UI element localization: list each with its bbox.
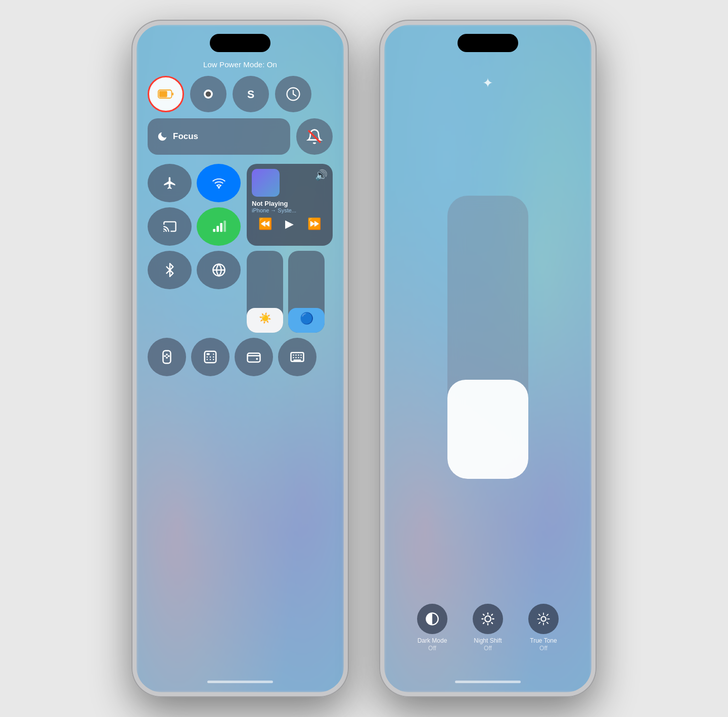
moon-icon	[157, 131, 168, 142]
screen-record-button[interactable]	[190, 76, 226, 112]
focus-button[interactable]: Focus	[148, 118, 290, 155]
now-playing-top: 🔊	[252, 169, 328, 197]
shazam-icon: S	[243, 86, 259, 102]
night-shift-button[interactable]: Night Shift Off	[473, 604, 503, 652]
focus-label: Focus	[173, 131, 198, 142]
svg-point-20	[166, 356, 168, 358]
true-tone-icon	[536, 612, 551, 626]
svg-point-21	[164, 355, 166, 357]
remote-icon	[159, 349, 174, 365]
svg-line-48	[483, 614, 484, 615]
svg-text:S: S	[247, 88, 254, 101]
wifi-icon	[212, 176, 226, 190]
dark-mode-label: Dark Mode Off	[418, 637, 447, 652]
left-button-grid	[148, 164, 241, 333]
clock-button[interactable]	[275, 76, 311, 112]
brightness-sun-icon: ☀️	[259, 312, 271, 324]
svg-line-57	[539, 614, 540, 615]
svg-point-19	[166, 353, 168, 355]
brightness-main-slider[interactable]	[447, 196, 528, 479]
brightness-level	[447, 380, 528, 479]
svg-line-58	[547, 622, 548, 623]
svg-point-28	[213, 356, 214, 358]
svg-point-26	[207, 356, 208, 358]
rewind-button[interactable]: ⏪	[258, 217, 272, 231]
svg-point-27	[210, 356, 211, 358]
dark-mode-circle	[417, 604, 447, 634]
album-art	[252, 169, 280, 197]
slider-pair: ☀️ 🔵	[247, 251, 333, 333]
volume-icon: 🔵	[300, 312, 313, 325]
volume-fill: 🔵	[288, 308, 325, 333]
night-shift-icon	[481, 612, 495, 626]
wifi-button[interactable]	[197, 164, 241, 202]
volume-slider[interactable]: 🔵	[288, 251, 325, 333]
dark-mode-icon	[425, 612, 439, 626]
svg-point-33	[256, 358, 258, 360]
play-button[interactable]: ▶	[285, 217, 294, 231]
screen-mirror-button[interactable]	[148, 207, 192, 246]
keyboard-icon	[290, 349, 305, 365]
now-playing-subtitle: iPhone → Syste...	[252, 207, 328, 213]
brightness-control: ✦ Dark Mode Off	[384, 25, 592, 692]
battery-icon	[158, 86, 174, 102]
right-widgets: 🔊 Not Playing iPhone → Syste... ⏪ ▶ ⏩	[247, 164, 333, 333]
fast-forward-button[interactable]: ⏩	[307, 217, 321, 231]
silent-button[interactable]	[296, 118, 333, 155]
night-shift-label: Night Shift Off	[474, 637, 502, 652]
display-controls: Dark Mode Off	[417, 604, 559, 652]
svg-point-54	[541, 617, 545, 621]
true-tone-label: True Tone Off	[530, 637, 557, 652]
night-shift-circle	[473, 604, 503, 634]
svg-rect-2	[172, 93, 173, 95]
dark-mode-button[interactable]: Dark Mode Off	[417, 604, 447, 652]
right-phone: ✦ Dark Mode Off	[379, 20, 597, 697]
svg-point-11	[163, 231, 164, 232]
svg-rect-13	[216, 226, 219, 232]
wallet-icon	[246, 349, 261, 365]
calculator-icon	[203, 349, 218, 365]
keyboard-button[interactable]	[278, 338, 316, 376]
speaker-icon: 🔊	[315, 169, 328, 181]
true-tone-button[interactable]: True Tone Off	[528, 604, 559, 652]
battery-button[interactable]	[148, 76, 184, 112]
left-phone: Low Power Mode: On	[131, 20, 349, 697]
wallet-button[interactable]	[235, 338, 273, 376]
svg-point-29	[207, 359, 208, 361]
svg-rect-14	[220, 223, 222, 232]
svg-rect-1	[159, 91, 167, 97]
clock-icon	[285, 86, 301, 102]
svg-rect-12	[213, 229, 215, 232]
globe-icon	[212, 263, 226, 277]
airplane-button[interactable]	[148, 164, 192, 202]
svg-line-53	[491, 614, 492, 615]
now-playing-widget[interactable]: 🔊 Not Playing iPhone → Syste... ⏪ ▶ ⏩	[247, 164, 333, 246]
svg-point-30	[210, 359, 211, 361]
screen-record-icon	[200, 86, 216, 102]
cellular-button[interactable]	[197, 207, 241, 246]
home-bar	[207, 681, 273, 683]
true-tone-circle	[528, 604, 559, 634]
globe-button[interactable]	[197, 251, 241, 289]
svg-point-10	[218, 187, 220, 189]
svg-line-8	[293, 94, 296, 96]
left-screen: Low Power Mode: On	[136, 25, 344, 692]
bluetooth-button[interactable]	[148, 251, 192, 289]
brightness-fill: ☀️	[247, 308, 283, 333]
brightness-slider[interactable]: ☀️	[247, 251, 283, 333]
svg-point-25	[213, 353, 214, 355]
shazam-button[interactable]: S	[233, 76, 269, 112]
calculator-button[interactable]	[191, 338, 230, 376]
bottom-button-row	[148, 338, 333, 376]
dynamic-island	[210, 34, 270, 52]
airplane-icon	[163, 176, 177, 190]
right-screen: ✦ Dark Mode Off	[384, 25, 592, 692]
control-center: Low Power Mode: On	[136, 25, 344, 692]
svg-point-31	[213, 359, 214, 361]
sun-icon-top: ✦	[482, 75, 493, 91]
main-grid: 🔊 Not Playing iPhone → Syste... ⏪ ▶ ⏩	[148, 164, 333, 333]
remote-button[interactable]	[148, 338, 186, 376]
svg-point-22	[168, 355, 170, 357]
bluetooth-icon	[163, 263, 177, 277]
bell-slash-icon	[306, 128, 323, 145]
